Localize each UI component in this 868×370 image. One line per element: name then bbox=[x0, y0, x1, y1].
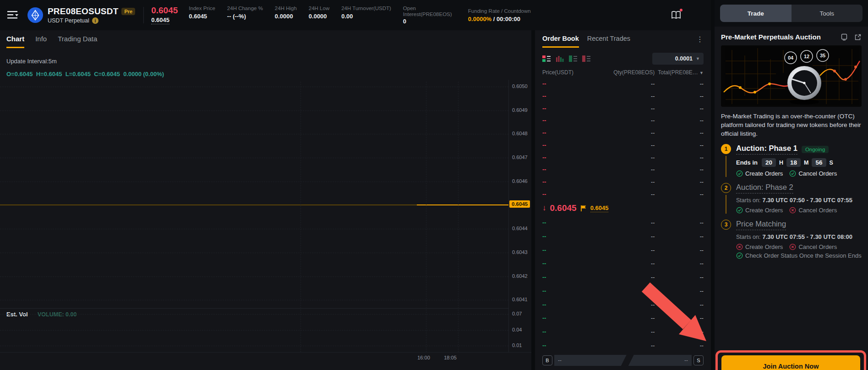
orderbook-row[interactable]: ------ bbox=[542, 274, 704, 281]
bids-list: ----------------------------------------… bbox=[542, 216, 704, 353]
orderbook-row[interactable]: ------ bbox=[542, 191, 704, 198]
orderbook-footer: B -- -- S bbox=[542, 354, 704, 366]
orderbook-row[interactable]: ------ bbox=[542, 166, 704, 173]
ob-total: -- bbox=[655, 302, 704, 308]
phase-1-title[interactable]: Auction: Phase 1 bbox=[736, 144, 797, 155]
ticker-stat: Open Interest(PRE08EOS)0 bbox=[403, 6, 456, 25]
ob-total: -- bbox=[655, 260, 704, 267]
tab-order-book[interactable]: Order Book bbox=[542, 35, 579, 48]
stat-label: Open Interest(PRE08EOS) bbox=[403, 6, 456, 17]
price-axis-label: 0.6043 bbox=[512, 249, 528, 255]
permission-allowed: Cancel Orders bbox=[789, 170, 837, 177]
view-mode-asks-icon[interactable] bbox=[582, 55, 590, 62]
ob-total: -- bbox=[655, 233, 704, 240]
orderbook-row[interactable]: ------ bbox=[542, 81, 704, 87]
orderbook-row[interactable]: ------ bbox=[542, 117, 704, 124]
stat-value: 0.6045 bbox=[189, 13, 215, 20]
phase-2-title[interactable]: Auction: Phase 2 bbox=[736, 183, 793, 193]
permission-allowed: Create Orders bbox=[736, 207, 783, 214]
view-mode-bids-icon[interactable] bbox=[569, 55, 577, 62]
ob-total: -- bbox=[655, 247, 704, 254]
orderbook-row[interactable]: ------ bbox=[542, 260, 704, 267]
ob-price: -- bbox=[542, 191, 596, 198]
ob-qty: -- bbox=[596, 288, 655, 294]
token-logo bbox=[27, 7, 43, 23]
ob-total: -- bbox=[655, 166, 704, 173]
ob-price: -- bbox=[542, 117, 596, 124]
ob-qty: -- bbox=[596, 105, 655, 112]
timeline-connector bbox=[726, 156, 726, 177]
funding-label: Funding Rate / Countdown bbox=[468, 8, 531, 14]
countdown-seconds: 56 bbox=[812, 158, 826, 167]
volume-axis-label: 0.01 bbox=[512, 342, 522, 348]
ob-qty: -- bbox=[596, 93, 655, 99]
ob-qty: -- bbox=[596, 247, 655, 254]
orderbook-row[interactable]: ------ bbox=[542, 247, 704, 254]
last-price: 0.6045 bbox=[151, 6, 178, 16]
funding-stat: Funding Rate / Countdown 0.0000% / 00:00… bbox=[468, 8, 531, 22]
mark-price: 0.6045 bbox=[151, 17, 169, 24]
divider bbox=[143, 7, 144, 23]
info-icon[interactable]: i bbox=[92, 17, 98, 24]
ob-price: -- bbox=[542, 247, 596, 254]
ob-price: -- bbox=[542, 166, 596, 173]
orderbook-row[interactable]: ------ bbox=[542, 329, 704, 335]
tab-recent-trades[interactable]: Recent Trades bbox=[587, 35, 630, 46]
ob-price: -- bbox=[542, 329, 596, 335]
gridline bbox=[0, 158, 508, 158]
orders-book-icon[interactable] bbox=[671, 10, 682, 20]
view-mode-depth-icon[interactable] bbox=[556, 55, 564, 62]
price-axis-line bbox=[508, 80, 509, 352]
orderbook-row[interactable]: ------ bbox=[542, 315, 704, 321]
orderbook-row[interactable]: ------ bbox=[542, 342, 704, 349]
orderbook-row[interactable]: ------ bbox=[542, 220, 704, 226]
hamburger-menu-icon[interactable] bbox=[7, 10, 19, 20]
gridline bbox=[0, 182, 508, 182]
chart-pane[interactable]: 0.6045 Est. Vol VOLUME: 0.00 0.60500.604… bbox=[0, 30, 531, 370]
col-price: Price(USDT) bbox=[542, 69, 596, 76]
gridline-vertical bbox=[300, 82, 301, 352]
ob-price: -- bbox=[542, 260, 596, 267]
phase-3-permissions: Create OrdersCancel OrdersCheck Order St… bbox=[736, 243, 862, 259]
tick-size-dropdown[interactable]: 0.0001 ▼ bbox=[652, 53, 704, 65]
view-mode-both-icon[interactable] bbox=[542, 55, 551, 62]
status-badge-ongoing: Ongoing bbox=[802, 146, 829, 153]
ob-qty: -- bbox=[596, 329, 655, 335]
phase-1: 1 Auction: Phase 1 Ongoing Ends in 20 H … bbox=[721, 144, 862, 177]
orderbook-last-price: 0.6045 bbox=[550, 203, 577, 213]
col-total[interactable]: Total(PRE08E… ▼ bbox=[655, 69, 704, 76]
price-axis-label: 0.6046 bbox=[512, 178, 528, 184]
phase-3-title[interactable]: Price Matching bbox=[736, 220, 786, 230]
stat-value: 0 bbox=[403, 18, 456, 25]
ob-qty: -- bbox=[596, 220, 655, 226]
guide-doc-icon[interactable] bbox=[841, 33, 848, 41]
orderbook-row[interactable]: ------ bbox=[542, 142, 704, 149]
orderbook-panel: Order Book Recent Trades ⋮ bbox=[535, 30, 711, 370]
phase-1-countdown: Ends in 20 H 18 M 56 S bbox=[736, 158, 862, 167]
ob-qty: -- bbox=[596, 315, 655, 321]
stat-label: 24H Low bbox=[309, 6, 329, 11]
join-auction-button[interactable]: Join Auction Now bbox=[721, 355, 860, 370]
tab-tools[interactable]: Tools bbox=[792, 5, 863, 22]
orderbook-row[interactable]: ------ bbox=[542, 288, 704, 294]
orderbook-row[interactable]: ------ bbox=[542, 130, 704, 136]
symbol-block: PRE08EOSUSDT Pre USDT Perpetual i bbox=[48, 6, 135, 24]
volume-axis-label: 0.07 bbox=[512, 311, 522, 316]
external-link-icon[interactable] bbox=[854, 33, 862, 41]
orderbook-row[interactable]: ------ bbox=[542, 302, 704, 308]
stat-label: 24H Change % bbox=[227, 6, 263, 11]
kebab-menu-icon[interactable]: ⋮ bbox=[696, 35, 704, 43]
countdown-hours: 20 bbox=[762, 158, 776, 167]
phase-2-schedule: Starts on:7.30 UTC 07:50 - 7.30 UTC 07:5… bbox=[736, 197, 862, 204]
orderbook-row[interactable]: ------ bbox=[542, 93, 704, 99]
orderbook-row[interactable]: ------ bbox=[542, 233, 704, 240]
mark-price-flagged[interactable]: 0.6045 bbox=[590, 204, 609, 212]
tab-trade[interactable]: Trade bbox=[720, 5, 792, 22]
orderbook-row[interactable]: ------ bbox=[542, 155, 704, 161]
orderbook-row[interactable]: ------ bbox=[542, 105, 704, 112]
last-price-tag: 0.6045 bbox=[509, 200, 530, 208]
orderbook-row[interactable]: ------ bbox=[542, 179, 704, 185]
ticker-stat: 24H High0.0000 bbox=[275, 6, 297, 20]
ob-qty: -- bbox=[596, 233, 655, 240]
ob-total: -- bbox=[655, 274, 704, 281]
